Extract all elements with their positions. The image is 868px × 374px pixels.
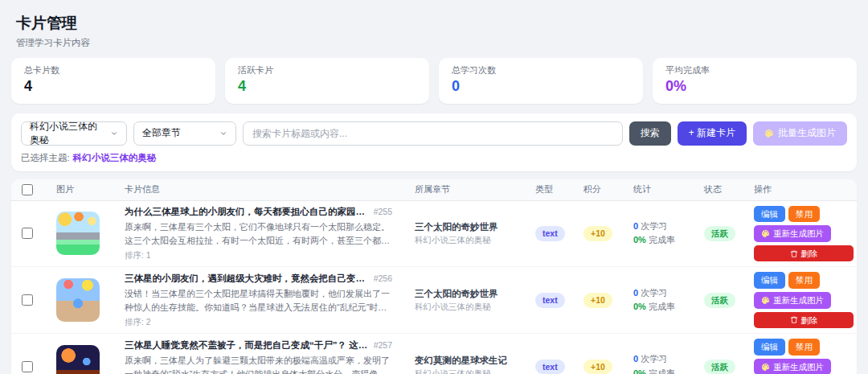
regenerate-image-button[interactable]: 重新生成图片 — [754, 292, 831, 309]
row-checkbox[interactable] — [22, 228, 33, 239]
stat-label: 总卡片数 — [24, 64, 203, 76]
palette-icon — [761, 229, 770, 238]
stat-card-total: 总卡片数 4 — [11, 58, 215, 104]
delete-button[interactable]: 删除 — [754, 312, 854, 329]
chapter-topic: 科幻小说三体的奥秘 — [415, 368, 524, 374]
page-subtitle: 管理学习卡片内容 — [16, 37, 857, 49]
table-header-row: 图片 卡片信息 所属章节 类型 积分 统计 状态 操作 — [11, 179, 857, 201]
completion-label: 完成率 — [649, 302, 675, 311]
regenerate-label: 重新生成图片 — [773, 228, 824, 239]
card-title: 为什么三体星球上的小朋友们，每天都要担心自己的家园随时会“重启”？ — [125, 206, 369, 218]
selected-topic-label: 已选择主题: — [21, 153, 70, 162]
card-id: #256 — [374, 273, 392, 283]
regenerate-label: 重新生成图片 — [773, 295, 824, 306]
study-label: 次学习 — [641, 354, 667, 364]
card-thumbnail — [56, 345, 100, 374]
stat-value: 0 — [452, 78, 630, 96]
type-badge: text — [535, 293, 565, 308]
stat-value: 4 — [238, 78, 416, 96]
regenerate-image-button[interactable]: 重新生成图片 — [754, 359, 831, 374]
search-input[interactable] — [243, 121, 623, 146]
cards-table: 图片 卡片信息 所属章节 类型 积分 统计 状态 操作 为什么三体星球上的小朋友… — [11, 179, 857, 374]
regenerate-image-button[interactable]: 重新生成图片 — [754, 225, 831, 242]
card-thumbnail — [56, 212, 100, 255]
edit-button[interactable]: 编辑 — [754, 272, 785, 289]
disable-button[interactable]: 禁用 — [788, 206, 820, 223]
edit-button[interactable]: 编辑 — [754, 206, 785, 223]
new-card-button[interactable]: + 新建卡片 — [678, 121, 747, 146]
disable-button[interactable]: 禁用 — [788, 272, 820, 289]
stat-label: 平均完成率 — [665, 64, 844, 76]
search-button[interactable]: 搜索 — [629, 121, 671, 146]
chapter-select-value: 全部章节 — [142, 126, 181, 140]
stat-card-completion: 平均完成率 0% — [653, 58, 857, 104]
row-checkbox[interactable] — [22, 361, 33, 372]
chapter-topic: 科幻小说三体的奥秘 — [415, 235, 524, 246]
card-sort: 排序: 1 — [125, 250, 392, 261]
status-badge: 活跃 — [704, 293, 735, 308]
table-row: 三体星的小朋友们，遇到超级大灾难时，竟然会把自己变成“人干”来保命？ #256 … — [11, 267, 857, 334]
delete-label: 删除 — [801, 315, 818, 326]
stat-value: 4 — [24, 78, 203, 96]
score-badge: +10 — [583, 226, 612, 241]
score-badge: +10 — [583, 360, 612, 374]
stat-label: 活跃卡片 — [238, 64, 416, 76]
chapter-name: 变幻莫测的星球求生记 — [415, 355, 524, 367]
filter-card: 科幻小说三体的奥秘 全部章节 搜索 + 新建卡片 批量生成图片 已选择主题:科幻… — [11, 113, 857, 171]
card-id: #255 — [374, 207, 392, 216]
stat-card-active: 活跃卡片 4 — [225, 58, 429, 104]
palette-icon — [761, 296, 770, 305]
row-checkbox[interactable] — [22, 294, 33, 306]
palette-icon — [761, 363, 770, 372]
study-label: 次学习 — [641, 221, 667, 231]
chapter-topic: 科幻小说三体的奥秘 — [415, 302, 524, 313]
header-stats: 统计 — [622, 183, 693, 195]
completion-label: 完成率 — [649, 235, 675, 245]
completion-rate: 0% — [633, 368, 646, 374]
stat-value: 0% — [665, 78, 844, 96]
selected-topic-value[interactable]: 科幻小说三体的奥秘 — [73, 153, 157, 162]
regenerate-label: 重新生成图片 — [773, 362, 824, 372]
header-status: 状态 — [693, 183, 743, 195]
completion-label: 完成率 — [649, 368, 675, 374]
trash-icon — [790, 315, 798, 324]
stat-label: 总学习次数 — [452, 64, 630, 76]
completion-rate: 0% — [633, 235, 646, 245]
type-badge: text — [535, 226, 565, 241]
card-body: 没错！当三体星的三个太阳把星球搞得天翻地覆时，他们发展出了一种惊人的生存技能。你… — [125, 287, 392, 314]
stats-row: 总卡片数 4 活跃卡片 4 总学习次数 0 平均完成率 0% — [11, 58, 857, 104]
chevron-down-icon — [110, 129, 118, 138]
card-thumbnail — [56, 278, 100, 322]
edit-button[interactable]: 编辑 — [754, 339, 785, 356]
status-badge: 活跃 — [704, 360, 735, 374]
batch-generate-button[interactable]: 批量生成图片 — [753, 121, 847, 146]
topic-select-value: 科幻小说三体的奥秘 — [30, 120, 102, 147]
header-card-info: 卡片信息 — [111, 183, 403, 195]
header-actions: 操作 — [743, 183, 857, 195]
header-type: 类型 — [524, 183, 572, 195]
table-row: 三体星人睡觉竟然不盖被子，而是把自己变成“干尸”？ 这是真的吗？！ 😱 #257… — [11, 334, 857, 374]
study-label: 次学习 — [641, 288, 667, 298]
header-chapter: 所属章节 — [403, 183, 524, 195]
score-badge: +10 — [583, 293, 612, 308]
card-title: 三体星人睡觉竟然不盖被子，而是把自己变成“干尸”？ 这是真的吗？！ 😱 — [125, 339, 369, 351]
card-id: #257 — [374, 340, 392, 350]
chapter-select[interactable]: 全部章节 — [133, 121, 236, 146]
card-body: 原来啊，三体星有三个太阳，它们不像地球只有一个太阳那么稳定。这三个太阳会互相拉扯… — [125, 220, 392, 248]
card-title: 三体星的小朋友们，遇到超级大灾难时，竟然会把自己变成“人干”来保命？ — [125, 273, 369, 285]
select-all-checkbox[interactable] — [22, 184, 33, 195]
chapter-name: 三个太阳的奇妙世界 — [415, 221, 524, 233]
trash-icon — [790, 249, 798, 258]
table-row: 为什么三体星球上的小朋友们，每天都要担心自己的家园随时会“重启”？ #255 原… — [11, 201, 857, 268]
topic-select[interactable]: 科幻小说三体的奥秘 — [21, 121, 127, 146]
stat-card-study-count: 总学习次数 0 — [439, 58, 643, 104]
page-header: 卡片管理 管理学习卡片内容 — [16, 13, 857, 49]
header-image: 图片 — [43, 183, 111, 195]
study-count: 0 — [633, 288, 638, 298]
delete-button[interactable]: 删除 — [754, 245, 854, 262]
page-root: 卡片管理 管理学习卡片内容 总卡片数 4 活跃卡片 4 总学习次数 0 平均完成… — [0, 0, 868, 374]
disable-button[interactable]: 禁用 — [788, 339, 820, 356]
chapter-name: 三个太阳的奇妙世界 — [415, 288, 524, 300]
header-score: 积分 — [572, 183, 622, 195]
status-badge: 活跃 — [704, 226, 735, 241]
